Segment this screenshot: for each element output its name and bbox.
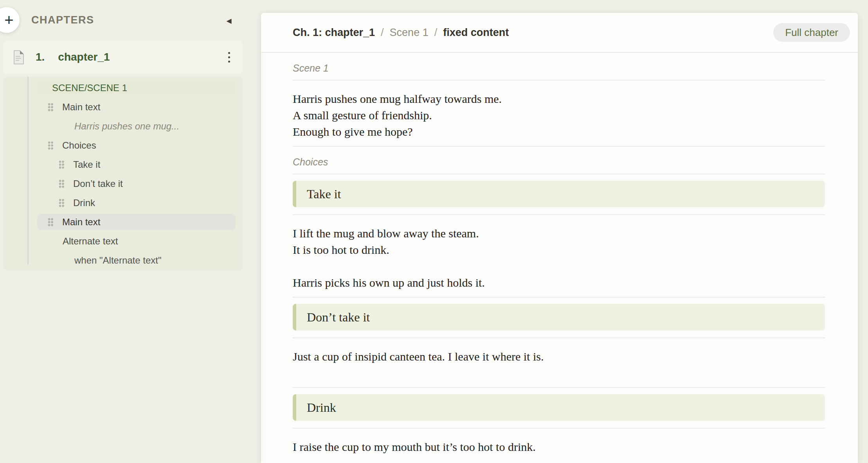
chapter-number: 1. [36, 51, 45, 63]
main-text-paragraph[interactable]: Harris pushes one mug halfway towards me… [293, 91, 825, 140]
tree-item-main-text-selected[interactable]: Main text [37, 214, 236, 230]
choice-dont-take-it[interactable]: Don’t take it [293, 304, 825, 330]
drag-handle-icon[interactable] [59, 199, 65, 207]
blank-line [293, 258, 825, 275]
choices-section-label: Choices [293, 156, 825, 168]
drink-text[interactable]: I raise the cup to my mouth but it’s too… [293, 439, 825, 455]
chapter-name: chapter_1 [58, 51, 110, 63]
choice-drink[interactable]: Drink [293, 394, 825, 421]
divider [293, 297, 825, 298]
full-chapter-button[interactable]: Full chapter [773, 23, 850, 42]
choice-title: Take it [307, 187, 341, 201]
tree-item-take-it[interactable]: Take it [3, 155, 243, 174]
tree-item-scene[interactable]: SCENE/SCENE 1 [37, 80, 236, 96]
divider [293, 428, 825, 429]
add-chapter-button[interactable]: + [0, 7, 20, 33]
chevron-left-icon: ◀ [226, 17, 231, 25]
tree-item-label: Take it [73, 159, 100, 170]
tree-item-label: when "Alternate text" [74, 255, 162, 266]
editor-header: Ch. 1: chapter_1 / Scene 1 / fixed conte… [261, 13, 858, 53]
chapter-structure-tree: SCENE/SCENE 1 Main text Harris pushes on… [3, 77, 243, 271]
choice-title: Don’t take it [307, 310, 370, 325]
tree-item-choices[interactable]: Choices [3, 136, 243, 155]
drag-handle-icon[interactable] [48, 218, 54, 226]
scene-editor-content: Scene 1 Harris pushes one mug halfway to… [261, 53, 858, 462]
drag-handle-icon[interactable] [48, 103, 54, 111]
tree-item-label: Drink [73, 197, 95, 208]
text-line: Enough to give me hope? [293, 124, 825, 140]
tree-item-drink[interactable]: Drink [3, 193, 243, 212]
text-line: I lift the mug and blow away the steam. [293, 225, 825, 242]
breadcrumb-chapter[interactable]: Ch. 1: chapter_1 [293, 27, 375, 39]
document-icon [13, 50, 25, 65]
divider [293, 337, 825, 338]
divider [293, 146, 825, 147]
breadcrumb-separator: / [381, 27, 384, 39]
tree-item-label: Alternate text [63, 236, 118, 247]
drag-handle-icon[interactable] [48, 141, 54, 150]
collapse-sidebar-button[interactable]: ◀ [223, 15, 235, 27]
choice-title: Drink [307, 400, 336, 415]
text-line: Just a cup of insipid canteen tea. I lea… [293, 348, 825, 365]
breadcrumb: Ch. 1: chapter_1 / Scene 1 / fixed conte… [293, 27, 509, 39]
tree-item-dont-take-it[interactable]: Don’t take it [3, 174, 243, 193]
chapters-sidebar: + CHAPTERS ◀ 1. chapter_1 SCENE/SCENE 1 … [0, 0, 261, 463]
tree-item-label: Don’t take it [73, 178, 123, 189]
choice-take-it[interactable]: Take it [293, 181, 825, 207]
drag-handle-icon[interactable] [59, 160, 65, 169]
divider [293, 174, 825, 174]
breadcrumb-scene[interactable]: Scene 1 [390, 27, 429, 39]
divider [293, 80, 825, 81]
tree-item-label: Choices [62, 140, 96, 151]
breadcrumb-fixed-content[interactable]: fixed content [443, 27, 509, 39]
sidebar-title: CHAPTERS [31, 14, 94, 26]
text-line: I raise the cup to my mouth but it’s too… [293, 439, 825, 455]
tree-item-label: Main text [62, 102, 100, 113]
tree-item-alternate-text[interactable]: Alternate text [3, 232, 243, 251]
divider [293, 387, 825, 388]
text-line: It is too hot to drink. [293, 242, 825, 258]
divider [293, 214, 825, 215]
plus-icon: + [4, 11, 13, 29]
text-line: A small gesture of friendship. [293, 107, 825, 124]
chapter-item[interactable]: 1. chapter_1 [3, 40, 243, 74]
drag-handle-icon[interactable] [59, 179, 65, 188]
tree-item-label: SCENE/SCENE 1 [52, 83, 127, 93]
scene-section-label: Scene 1 [293, 62, 825, 74]
tree-item-main-text[interactable]: Main text [3, 97, 243, 117]
tree-item-label: Harris pushes one mug... [74, 121, 179, 132]
dont-take-it-text[interactable]: Just a cup of insipid canteen tea. I lea… [293, 348, 825, 381]
tree-item-when-condition[interactable]: when "Alternate text" [3, 251, 243, 270]
text-line: Harris pushes one mug halfway towards me… [293, 91, 825, 107]
breadcrumb-separator: / [434, 27, 438, 39]
take-it-text[interactable]: I lift the mug and blow away the steam. … [293, 225, 825, 291]
editor-panel: Ch. 1: chapter_1 / Scene 1 / fixed conte… [261, 13, 858, 463]
text-line: Harris picks his own up and just holds i… [293, 275, 825, 291]
chapter-menu-kebab-icon[interactable] [226, 50, 232, 65]
tree-item-text-preview[interactable]: Harris pushes one mug... [3, 117, 243, 136]
blank-line [293, 365, 825, 381]
tree-item-label: Main text [62, 217, 100, 228]
